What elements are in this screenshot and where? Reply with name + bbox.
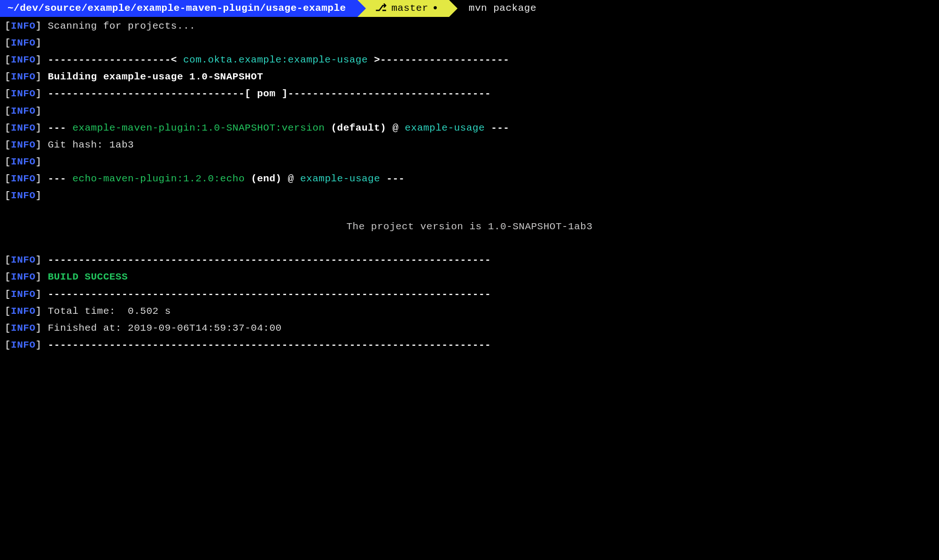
- output-line: [INFO] Scanning for projects...: [0, 18, 939, 35]
- plugin-goal: echo-maven-plugin:1.2.0:echo: [72, 173, 245, 184]
- output-line: [INFO] Finished at: 2019-09-06T14:59:37-…: [0, 320, 939, 337]
- plugin-target: example-usage: [405, 123, 485, 133]
- output-line: [INFO] Building example-usage 1.0-SNAPSH…: [0, 69, 939, 86]
- output-line: [INFO] BUILD SUCCESS: [0, 269, 939, 286]
- prompt-path-segment: ~/dev/source/example/example-maven-plugi…: [0, 0, 357, 17]
- output-line: [INFO]: [0, 35, 939, 52]
- log-level-tag: INFO: [11, 173, 35, 184]
- shell-prompt: ~/dev/source/example/example-maven-plugi…: [0, 0, 939, 17]
- log-level-tag: INFO: [11, 54, 35, 65]
- output-line: [INFO] --------------------------------[…: [0, 86, 939, 102]
- pom-hr: --------------------------------[ pom ]-…: [48, 88, 491, 99]
- building-text: Building example-usage 1.0-SNAPSHOT: [48, 71, 264, 82]
- output-line: [INFO] Total time: 0.502 s: [0, 303, 939, 320]
- log-level-tag: INFO: [11, 71, 35, 82]
- log-level-tag: INFO: [11, 255, 35, 265]
- artifact-id: com.okta.example:example-usage: [183, 54, 368, 65]
- log-level-tag: INFO: [11, 123, 35, 133]
- version-echo-text: The project version is 1.0-SNAPSHOT-1ab3: [346, 221, 592, 232]
- output-line: [INFO] --- echo-maven-plugin:1.2.0:echo …: [0, 171, 939, 187]
- git-branch-name: master: [391, 0, 428, 17]
- command-input[interactable]: mvn package: [449, 0, 536, 17]
- log-level-tag: INFO: [11, 38, 35, 48]
- log-level-tag: INFO: [11, 88, 35, 99]
- output-line: [INFO] --- example-maven-plugin:1.0-SNAP…: [0, 120, 939, 137]
- output-line: [INFO]: [0, 187, 939, 204]
- output-line: [INFO] ---------------------------------…: [0, 252, 939, 269]
- log-level-tag: INFO: [11, 272, 35, 282]
- cwd-path: ~/dev/source/example/example-maven-plugi…: [8, 0, 346, 17]
- command-text: mvn package: [469, 3, 536, 14]
- log-level-tag: INFO: [11, 156, 35, 167]
- log-level-tag: INFO: [11, 106, 35, 117]
- log-level-tag: INFO: [11, 140, 35, 150]
- echo-output: The project version is 1.0-SNAPSHOT-1ab3: [0, 218, 939, 235]
- plugin-target: example-usage: [300, 173, 380, 184]
- output-line: [INFO]: [0, 103, 939, 120]
- log-level-tag: INFO: [11, 21, 35, 31]
- git-dirty-icon: ●: [433, 2, 438, 15]
- git-hash-text: Git hash: 1ab3: [48, 140, 134, 150]
- output-line: [INFO] ---------------------------------…: [0, 286, 939, 303]
- total-time-text: Total time: 0.502 s: [48, 306, 171, 317]
- output-line: [INFO]: [0, 154, 939, 171]
- log-level-tag: INFO: [11, 340, 35, 350]
- hr-divider: ----------------------------------------…: [48, 255, 491, 265]
- log-level-tag: INFO: [11, 190, 35, 201]
- plugin-goal: example-maven-plugin:1.0-SNAPSHOT:versio…: [72, 123, 325, 133]
- build-success-text: BUILD SUCCESS: [48, 272, 128, 282]
- output-line: [INFO] Git hash: 1ab3: [0, 137, 939, 154]
- prompt-branch-segment: ⎇ master ●: [357, 0, 449, 17]
- hr-divider: ----------------------------------------…: [48, 340, 491, 350]
- output-line: [INFO] --------------------< com.okta.ex…: [0, 52, 939, 69]
- log-level-tag: INFO: [11, 306, 35, 317]
- hr-divider: ----------------------------------------…: [48, 289, 491, 300]
- scanning-text: Scanning for projects...: [48, 21, 195, 31]
- git-branch-icon: ⎇: [375, 0, 387, 17]
- output-line: [INFO] ---------------------------------…: [0, 337, 939, 354]
- log-level-tag: INFO: [11, 323, 35, 334]
- log-level-tag: INFO: [11, 289, 35, 300]
- finished-at-text: Finished at: 2019-09-06T14:59:37-04:00: [48, 323, 282, 334]
